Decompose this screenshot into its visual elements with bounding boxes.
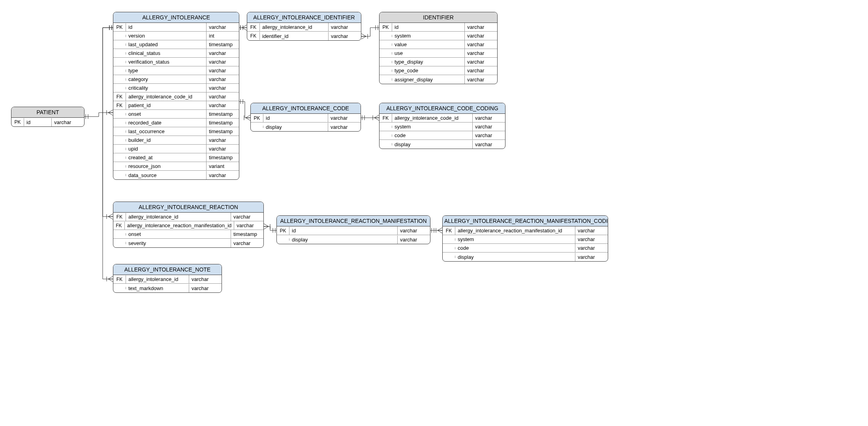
key-column: PK (11, 118, 24, 126)
name-column: id (24, 118, 52, 126)
name-column: display (455, 253, 575, 261)
key-column: PK (380, 23, 392, 31)
entity-allergy_intolerance: ALLERGY_INTOLERANCEPKidvarcharversionint… (113, 12, 239, 180)
svg-line-50 (108, 276, 113, 279)
name-column: builder_id (126, 136, 207, 144)
type-column: varchar (465, 23, 497, 31)
type-column: varchar (189, 275, 222, 283)
type-column: varchar (207, 66, 239, 75)
table-row: valuevarchar (380, 40, 497, 49)
svg-line-14 (361, 36, 366, 39)
entity-ai_note: ALLERGY_INTOLERANCE_NOTEFKallergy_intole… (113, 264, 222, 293)
name-column: allergy_intolerance_reaction_manifestati… (455, 226, 575, 235)
name-column: system (392, 123, 473, 131)
name-column: identifier_id (260, 32, 329, 40)
table-row: resource_jsonvariant (113, 162, 239, 171)
name-column: display (392, 140, 473, 149)
name-column: code (455, 244, 575, 252)
table-row: last_occurrencetimestamp (113, 127, 239, 136)
entity-title: PATIENT (11, 107, 84, 118)
table-row: systemvarchar (380, 32, 497, 40)
svg-line-8 (242, 25, 247, 28)
name-column: upid (126, 145, 207, 153)
name-column: category (126, 75, 207, 83)
key-column: FK (443, 227, 455, 235)
name-column: allergy_intolerance_id (260, 23, 329, 31)
key-column (251, 126, 263, 128)
type-column: varchar (189, 284, 222, 292)
svg-line-52 (108, 279, 113, 282)
name-column: type (126, 66, 207, 75)
type-column: varchar (207, 101, 239, 109)
name-column: allergy_intolerance_id (126, 275, 189, 283)
name-column: allergy_intolerance_code_id (126, 92, 207, 101)
key-column: FK (113, 275, 126, 283)
name-column: last_updated (126, 40, 207, 49)
key-column: FK (113, 213, 126, 221)
table-row: FKallergy_intolerance_idvarchar (113, 213, 263, 221)
name-column: version (126, 32, 207, 40)
table-row: displayvarchar (251, 123, 361, 131)
entity-title: ALLERGY_INTOLERANCE_IDENTIFIER (247, 12, 361, 23)
key-column (380, 43, 392, 46)
key-column (113, 122, 126, 124)
entity-patient: PATIENTPKidvarchar (11, 107, 85, 127)
svg-line-32 (108, 214, 113, 217)
name-column: resource_json (126, 162, 207, 170)
type-column: variant (207, 162, 239, 170)
entity-title: ALLERGY_INTOLERANCE_REACTION_MANIFESTATI… (277, 216, 430, 226)
key-column (380, 126, 392, 128)
type-column: varchar (207, 75, 239, 83)
svg-line-20 (246, 115, 250, 118)
table-row: FKallergy_intolerance_code_idvarchar (113, 92, 239, 101)
name-column: data_source (126, 171, 207, 179)
table-row: upidvarchar (113, 145, 239, 153)
type-column: varchar (329, 23, 361, 31)
table-row: builder_idvarchar (113, 136, 239, 145)
type-column: varchar (207, 92, 239, 101)
key-column (380, 143, 392, 145)
name-column: allergy_intolerance_reaction_manifestati… (125, 221, 235, 230)
table-row: displayvarchar (380, 140, 505, 149)
name-column: system (392, 32, 465, 40)
table-row: onsettimestamp (113, 230, 263, 239)
table-row: created_attimestamp (113, 153, 239, 162)
table-row: PKidvarchar (11, 118, 84, 126)
table-row: systemvarchar (380, 123, 505, 131)
type-column: varchar (465, 58, 497, 66)
entity-identifier: IDENTIFIERPKidvarcharsystemvarcharvaluev… (379, 12, 498, 84)
type-column: timestamp (207, 40, 239, 49)
key-column: FK (113, 222, 125, 230)
key-column (277, 238, 289, 241)
key-column (380, 70, 392, 72)
table-row: FKallergy_intolerance_idvarchar (113, 275, 222, 284)
name-column: allergy_intolerance_id (126, 213, 231, 221)
table-row: assigner_displayvarchar (380, 75, 497, 84)
svg-line-2 (108, 110, 113, 113)
type-column: varchar (575, 235, 608, 243)
type-column: varchar (328, 114, 361, 122)
type-column: varchar (465, 40, 497, 49)
key-column (443, 256, 455, 258)
table-row: PKidvarchar (251, 114, 361, 123)
type-column: varchar (575, 244, 608, 252)
key-column (113, 87, 126, 89)
type-column: varchar (473, 140, 505, 149)
type-column: varchar (207, 58, 239, 66)
name-column: text_markdown (126, 284, 189, 292)
table-row: FKpatient_idvarchar (113, 101, 239, 110)
name-column: last_occurrence (126, 127, 207, 136)
entity-ai_reaction_manifestation: ALLERGY_INTOLERANCE_REACTION_MANIFESTATI… (276, 215, 430, 244)
key-column (113, 43, 126, 46)
type-column: varchar (207, 145, 239, 153)
table-row: codevarchar (380, 131, 505, 140)
table-row: displayvarchar (443, 253, 608, 261)
name-column: id (392, 23, 465, 31)
type-column: int (207, 32, 239, 40)
table-row: typevarchar (113, 66, 239, 75)
table-row: FKallergy_intolerance_reaction_manifesta… (113, 221, 263, 230)
key-column: FK (247, 23, 260, 31)
key-column (113, 156, 126, 159)
key-column: FK (113, 93, 126, 101)
table-row: text_markdownvarchar (113, 284, 222, 292)
